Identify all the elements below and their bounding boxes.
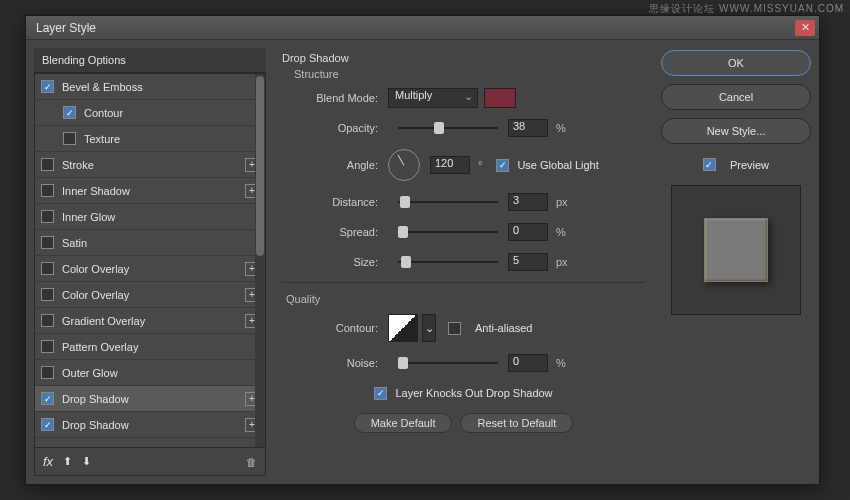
effect-row-inner-glow[interactable]: Inner Glow (35, 204, 265, 230)
effect-label: Stroke (62, 159, 245, 171)
noise-slider[interactable] (398, 362, 498, 364)
opacity-unit: % (556, 122, 566, 134)
panel-title: Drop Shadow (282, 52, 645, 64)
distance-slider[interactable] (398, 201, 498, 203)
layer-style-dialog: Layer Style ✕ Blending Options Bevel & E… (25, 15, 820, 485)
scroll-thumb[interactable] (256, 76, 264, 256)
effect-row-drop-shadow[interactable]: Drop Shadow+ (35, 412, 265, 438)
effect-checkbox[interactable] (41, 80, 54, 93)
effect-row-contour[interactable]: Contour (35, 100, 265, 126)
spread-unit: % (556, 226, 566, 238)
effect-label: Inner Shadow (62, 185, 245, 197)
structure-label: Structure (294, 68, 645, 80)
reset-default-button[interactable]: Reset to Default (460, 413, 573, 433)
effect-row-color-overlay[interactable]: Color Overlay+ (35, 256, 265, 282)
settings-panel: Drop Shadow Structure Blend Mode: Multip… (274, 48, 653, 476)
new-style-button[interactable]: New Style... (661, 118, 811, 144)
effect-label: Bevel & Emboss (62, 81, 259, 93)
effect-row-inner-shadow[interactable]: Inner Shadow+ (35, 178, 265, 204)
effect-checkbox[interactable] (41, 418, 54, 431)
blending-options-header[interactable]: Blending Options (34, 48, 266, 73)
opacity-input[interactable]: 38 (508, 119, 548, 137)
ok-button[interactable]: OK (661, 50, 811, 76)
angle-dial[interactable] (388, 149, 420, 181)
quality-label: Quality (286, 293, 645, 305)
cancel-button[interactable]: Cancel (661, 84, 811, 110)
effect-label: Color Overlay (62, 289, 245, 301)
effects-list: Bevel & EmbossContourTextureStroke+Inner… (34, 73, 266, 448)
effect-label: Gradient Overlay (62, 315, 245, 327)
effect-row-bevel-emboss[interactable]: Bevel & Emboss (35, 74, 265, 100)
effect-row-texture[interactable]: Texture (35, 126, 265, 152)
effect-checkbox[interactable] (41, 210, 54, 223)
effect-row-drop-shadow[interactable]: Drop Shadow+ (35, 386, 265, 412)
trash-icon[interactable]: 🗑 (246, 456, 257, 468)
spread-label: Spread: (282, 226, 378, 238)
global-light-label: Use Global Light (517, 159, 598, 171)
size-unit: px (556, 256, 568, 268)
effect-checkbox[interactable] (41, 366, 54, 379)
size-slider[interactable] (398, 261, 498, 263)
preview-checkbox[interactable] (703, 158, 716, 171)
opacity-label: Opacity: (282, 122, 378, 134)
effect-label: Drop Shadow (62, 419, 245, 431)
up-arrow-icon[interactable]: ⬆ (63, 455, 72, 468)
noise-unit: % (556, 357, 566, 369)
effect-row-color-overlay[interactable]: Color Overlay+ (35, 282, 265, 308)
opacity-slider[interactable] (398, 127, 498, 129)
effect-label: Color Overlay (62, 263, 245, 275)
effect-checkbox[interactable] (41, 314, 54, 327)
size-input[interactable]: 5 (508, 253, 548, 271)
effect-row-pattern-overlay[interactable]: Pattern Overlay (35, 334, 265, 360)
effect-checkbox[interactable] (41, 392, 54, 405)
noise-input[interactable]: 0 (508, 354, 548, 372)
effect-row-stroke[interactable]: Stroke+ (35, 152, 265, 178)
blend-mode-select[interactable]: Multiply (388, 88, 478, 108)
fx-icon[interactable]: fx (43, 454, 53, 469)
shadow-color-swatch[interactable] (484, 88, 516, 108)
effect-checkbox[interactable] (41, 184, 54, 197)
effect-label: Satin (62, 237, 259, 249)
angle-unit: ° (478, 159, 482, 171)
preview-label: Preview (730, 159, 769, 171)
effect-row-satin[interactable]: Satin (35, 230, 265, 256)
effect-label: Pattern Overlay (62, 341, 259, 353)
effect-checkbox[interactable] (41, 262, 54, 275)
make-default-button[interactable]: Make Default (354, 413, 453, 433)
contour-dropdown[interactable]: ⌄ (422, 314, 436, 342)
close-icon: ✕ (801, 21, 810, 34)
effect-checkbox[interactable] (41, 288, 54, 301)
effect-label: Inner Glow (62, 211, 259, 223)
effect-checkbox[interactable] (63, 106, 76, 119)
window-title: Layer Style (30, 21, 795, 35)
down-arrow-icon[interactable]: ⬇ (82, 455, 91, 468)
actions-panel: OK Cancel New Style... Preview (661, 48, 811, 476)
effects-panel: Blending Options Bevel & EmbossContourTe… (34, 48, 266, 476)
angle-label: Angle: (282, 159, 378, 171)
contour-picker[interactable] (388, 314, 418, 342)
effect-row-outer-glow[interactable]: Outer Glow (35, 360, 265, 386)
effect-checkbox[interactable] (41, 340, 54, 353)
blend-mode-label: Blend Mode: (282, 92, 378, 104)
spread-input[interactable]: 0 (508, 223, 548, 241)
distance-input[interactable]: 3 (508, 193, 548, 211)
global-light-checkbox[interactable] (496, 159, 509, 172)
effect-label: Drop Shadow (62, 393, 245, 405)
effect-checkbox[interactable] (41, 158, 54, 171)
size-label: Size: (282, 256, 378, 268)
effects-footer: fx ⬆ ⬇ 🗑 (34, 448, 266, 476)
titlebar[interactable]: Layer Style ✕ (26, 16, 819, 40)
anti-aliased-checkbox[interactable] (448, 322, 461, 335)
close-button[interactable]: ✕ (795, 20, 815, 36)
effect-checkbox[interactable] (63, 132, 76, 145)
distance-label: Distance: (282, 196, 378, 208)
spread-slider[interactable] (398, 231, 498, 233)
scrollbar[interactable] (255, 74, 265, 447)
effect-label: Contour (84, 107, 259, 119)
knockout-checkbox[interactable] (374, 387, 387, 400)
effect-checkbox[interactable] (41, 236, 54, 249)
effect-row-gradient-overlay[interactable]: Gradient Overlay+ (35, 308, 265, 334)
preview-box (671, 185, 801, 315)
contour-label: Contour: (282, 322, 378, 334)
angle-input[interactable]: 120 (430, 156, 470, 174)
